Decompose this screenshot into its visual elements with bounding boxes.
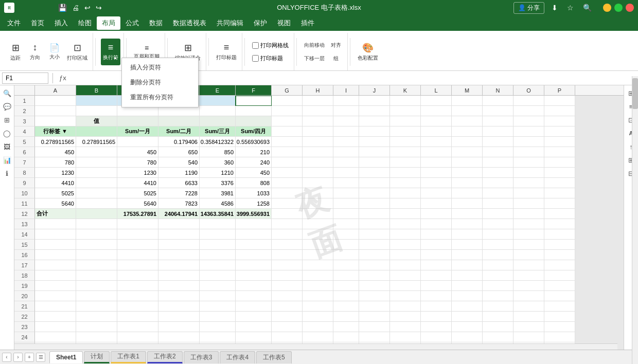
cell-I4[interactable] — [333, 126, 359, 137]
cell-L9[interactable] — [421, 178, 452, 188]
color-config-button[interactable]: 🎨 色彩配置 — [356, 39, 380, 65]
cell-J10[interactable] — [359, 188, 390, 198]
cell-B1[interactable] — [76, 96, 117, 106]
cell-D2[interactable] — [158, 106, 200, 116]
cell-H12[interactable] — [303, 209, 333, 219]
cell-D3[interactable] — [158, 116, 200, 126]
cell-J3[interactable] — [359, 116, 390, 126]
cell-F1[interactable] — [236, 96, 272, 106]
col-header-N[interactable]: N — [483, 85, 513, 95]
cell-P5[interactable] — [544, 137, 575, 147]
cell-D11[interactable]: 7823 — [158, 198, 200, 209]
cell-P8[interactable] — [544, 168, 575, 178]
cell-M6[interactable] — [452, 147, 483, 157]
close-btn[interactable] — [626, 4, 634, 12]
cell-O2[interactable] — [513, 106, 544, 116]
menu-pivot[interactable]: 数据透视表 — [168, 16, 211, 30]
cell-E5[interactable]: 0.358412322 — [200, 137, 236, 147]
list-sheets-btn[interactable]: ☰ — [36, 353, 45, 362]
cell-J8[interactable] — [359, 168, 390, 178]
cell-O5[interactable] — [513, 137, 544, 147]
redo-btn[interactable]: ↪ — [94, 3, 103, 13]
cell-C2[interactable] — [117, 106, 158, 116]
cell-F12[interactable]: 3999.556931 — [236, 209, 272, 219]
cell-H9[interactable] — [303, 178, 333, 188]
cell-C11[interactable]: 5640 — [117, 198, 158, 209]
cell-D8[interactable]: 1190 — [158, 168, 200, 178]
cell-O1[interactable] — [513, 96, 544, 106]
sheet-tab-plan[interactable]: 计划 — [84, 351, 110, 363]
cell-P10[interactable] — [544, 188, 575, 198]
cell-E1[interactable] — [200, 96, 236, 106]
cell-K12[interactable] — [390, 209, 421, 219]
cell-M3[interactable] — [452, 116, 483, 126]
minimize-btn[interactable] — [603, 4, 611, 12]
cell-F8[interactable]: 450 — [236, 168, 272, 178]
cell-J12[interactable] — [359, 209, 390, 219]
cell-F10[interactable]: 1033 — [236, 188, 272, 198]
print-gridlines-checkbox[interactable]: 打印网格线 — [250, 41, 291, 50]
cell-C4[interactable]: Sum/一月 — [117, 126, 158, 137]
cell-K1[interactable] — [390, 96, 421, 106]
cell-N12[interactable] — [483, 209, 513, 219]
reset-breaks-item[interactable]: 重置所有分页符 — [122, 90, 198, 105]
cell-A5[interactable]: 0.278911565 — [35, 137, 76, 147]
cell-C7[interactable]: 780 — [117, 157, 158, 168]
sheet-tab-sheet1[interactable]: Sheet1 — [49, 351, 83, 363]
fx-icon[interactable]: ƒx — [57, 73, 68, 83]
cell-M7[interactable] — [452, 157, 483, 168]
sidebar-table-icon[interactable]: ⊞ — [2, 114, 13, 125]
cell-H4[interactable] — [303, 126, 333, 137]
menu-insert[interactable]: 插入 — [49, 16, 73, 30]
cell-I10[interactable] — [333, 188, 359, 198]
cell-N10[interactable] — [483, 188, 513, 198]
cell-D12[interactable]: 24064.17941 — [158, 209, 200, 219]
cell-L6[interactable] — [421, 147, 452, 157]
cell-H2[interactable] — [303, 106, 333, 116]
cell-H10[interactable] — [303, 188, 333, 198]
prev-sheet-btn[interactable]: ‹ — [2, 353, 11, 362]
cell-B11[interactable] — [76, 198, 117, 209]
cell-F6[interactable]: 210 — [236, 147, 272, 157]
cell-C8[interactable]: 1230 — [117, 168, 158, 178]
cell-F11[interactable]: 1258 — [236, 198, 272, 209]
sidebar-info-icon[interactable]: ℹ — [2, 168, 13, 179]
delete-break-item[interactable]: 删除分页符 — [122, 75, 198, 90]
cell-K8[interactable] — [390, 168, 421, 178]
cell-A1[interactable] — [35, 96, 76, 106]
col-header-I[interactable]: I — [333, 85, 359, 95]
col-header-L[interactable]: L — [421, 85, 452, 95]
cell-I1[interactable] — [333, 96, 359, 106]
cell-G6[interactable] — [272, 147, 303, 157]
cell-L5[interactable] — [421, 137, 452, 147]
cell-B10[interactable] — [76, 188, 117, 198]
cell-M2[interactable] — [452, 106, 483, 116]
cell-F9[interactable]: 808 — [236, 178, 272, 188]
cell-N4[interactable] — [483, 126, 513, 137]
cell-F4[interactable]: Sum/四月 — [236, 126, 272, 137]
menu-formula[interactable]: 公式 — [120, 16, 144, 30]
cell-O12[interactable] — [513, 209, 544, 219]
cell-J7[interactable] — [359, 157, 390, 168]
cell-I12[interactable] — [333, 209, 359, 219]
cell-E10[interactable]: 3981 — [200, 188, 236, 198]
cell-G3[interactable] — [272, 116, 303, 126]
cell-O11[interactable] — [513, 198, 544, 209]
col-header-B[interactable]: B — [76, 85, 117, 95]
cell-O4[interactable] — [513, 126, 544, 137]
sheet-tab-work2[interactable]: 工作表2 — [147, 351, 183, 363]
cell-G10[interactable] — [272, 188, 303, 198]
sidebar-search-icon[interactable]: 🔍 — [2, 87, 13, 99]
cell-A6[interactable]: 450 — [35, 147, 76, 157]
menu-protect[interactable]: 保护 — [249, 16, 272, 30]
cell-H8[interactable] — [303, 168, 333, 178]
cell-K4[interactable] — [390, 126, 421, 137]
vertical-scrollbar[interactable] — [632, 76, 638, 364]
cell-N9[interactable] — [483, 178, 513, 188]
sidebar-chart-icon[interactable]: 📊 — [2, 154, 13, 166]
cell-K9[interactable] — [390, 178, 421, 188]
cell-G11[interactable] — [272, 198, 303, 209]
cell-H1[interactable] — [303, 96, 333, 106]
cell-K2[interactable] — [390, 106, 421, 116]
cell-A11[interactable]: 5640 — [35, 198, 76, 209]
